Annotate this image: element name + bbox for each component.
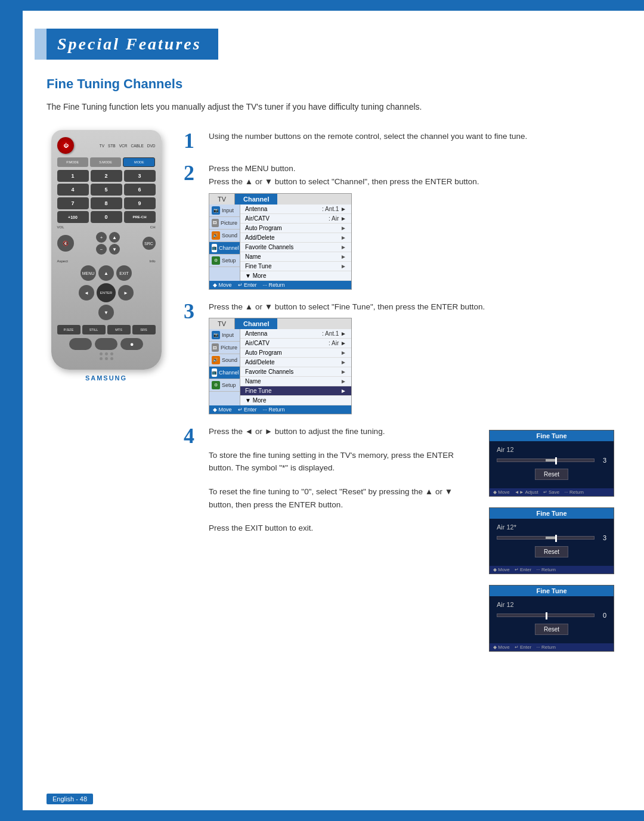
- ft-header-3: Fine Tune: [490, 585, 614, 596]
- ch-controls: ▲ ▼: [109, 232, 120, 255]
- cm2-tv-tab: TV: [209, 318, 235, 329]
- aircatv-value: : Air ►: [329, 215, 346, 222]
- oval-right-button[interactable]: ⏺: [120, 338, 143, 350]
- ch-up-button[interactable]: ▲: [109, 232, 120, 243]
- mode-row: P.MODE S.MODE MODE: [57, 157, 156, 167]
- vol-up-button[interactable]: +: [96, 232, 107, 243]
- cm2-row-finetune-selected: Fine Tune ►: [240, 386, 351, 396]
- cm2-picture-icon: 🖼: [212, 343, 219, 352]
- mute-button[interactable]: 🔇: [57, 235, 74, 252]
- ft-track-3: [497, 614, 595, 617]
- cm-row-antenna: Antenna : Ant.1 ►: [240, 205, 351, 214]
- steps-column: 1 Using the number buttons on the remote…: [184, 130, 614, 662]
- cm2-name-arrow: ►: [340, 378, 346, 385]
- vol-down-button[interactable]: −: [96, 244, 107, 255]
- cm-row-aircatv: Air/CATV : Air ►: [240, 214, 351, 224]
- cm2-row-more: ▼ More: [240, 396, 351, 405]
- num-4-button[interactable]: 4: [57, 184, 89, 196]
- page-content: Special Features Fine Tuning Channels Th…: [23, 11, 644, 810]
- up-button[interactable]: ▲: [98, 265, 114, 281]
- cm-right-1: Antenna : Ant.1 ► Air/CATV : Air ► Auto …: [240, 205, 351, 281]
- num-5-button[interactable]: 5: [91, 184, 122, 196]
- left-button[interactable]: ◄: [79, 285, 94, 300]
- ch-down-button[interactable]: ▼: [109, 244, 120, 255]
- stb-label: STB: [108, 144, 116, 148]
- cm2-item-input: 📷 Input: [209, 329, 240, 342]
- oval-left-button[interactable]: [69, 338, 92, 350]
- source-button[interactable]: SRC: [143, 237, 156, 250]
- step-3: 3 Press the ▲ or ▼ button to select "Fin…: [184, 300, 614, 415]
- plus100-button[interactable]: +100: [57, 211, 89, 223]
- num-6-button[interactable]: 6: [124, 184, 156, 196]
- num-7-button[interactable]: 7: [57, 197, 89, 209]
- cm-item-picture: 🖼 Picture: [209, 217, 240, 230]
- cm-left-2: 📷 Input 🖼 Picture 🔊 Sound: [209, 329, 240, 405]
- antenna-value: : Ant.1 ►: [322, 206, 346, 212]
- mode-button[interactable]: MODE: [123, 157, 155, 167]
- num-9-button[interactable]: 9: [124, 197, 156, 209]
- ft-slider-3: 0: [497, 612, 606, 619]
- pmode-button[interactable]: P.MODE: [57, 157, 88, 167]
- autoprog-arrow: ►: [340, 225, 346, 231]
- intro-text: The Fine Tuning function lets you manual…: [47, 100, 614, 113]
- reset-button-3[interactable]: Reset: [535, 624, 568, 635]
- cm2-input-icon: 📷: [212, 331, 220, 339]
- ft-fill-2: [546, 537, 555, 539]
- vol-ch-row: VOL CH: [57, 225, 156, 229]
- ft-thumb-2: [555, 535, 557, 542]
- exit-button[interactable]: EXIT: [116, 265, 132, 281]
- ft-slider-1: 3: [497, 457, 606, 464]
- smode-button[interactable]: S.MODE: [90, 157, 121, 167]
- favorites-label: Favorite Channels: [245, 244, 293, 250]
- num-1-button[interactable]: 1: [57, 170, 89, 182]
- cm2-finetune-label: Fine Tune: [245, 388, 271, 394]
- oval-middle-button[interactable]: [95, 338, 117, 350]
- power-button[interactable]: ⏻: [57, 137, 74, 154]
- ft-fill-1: [546, 459, 555, 461]
- step-4-text-3: To reset the fine tuning to "0", select …: [209, 485, 477, 511]
- still-button[interactable]: STILL: [82, 325, 106, 334]
- ch-label: CH: [150, 225, 156, 229]
- ft-track-1: [497, 458, 595, 462]
- srs-button[interactable]: SRS: [132, 325, 156, 334]
- mts-button[interactable]: MTS: [107, 325, 131, 334]
- cm-item-setup: ⚙ Setup: [209, 255, 240, 267]
- fine-tune-screen-3: Fine Tune Air 12 0 Re: [489, 585, 614, 652]
- fine-tune-screen-1: Fine Tune Air 12 3 Re: [489, 430, 614, 497]
- cm-left-1: 📷 Input 🖼 Picture 🔊 Sound: [209, 205, 240, 281]
- channel-menu-2: TV Channel 📷 Input 🖼: [209, 318, 352, 414]
- remote-container: ⏻ TV STB VCR CABLE DVD P.MODE S.MODE MOD…: [47, 130, 166, 382]
- num-3-button[interactable]: 3: [124, 170, 156, 182]
- num-0-button[interactable]: 0: [91, 211, 122, 223]
- ft-move-3: ◆ Move: [493, 645, 510, 650]
- cm2-channel-tab: Channel: [235, 318, 277, 329]
- reset-button-1[interactable]: Reset: [535, 469, 568, 480]
- footer-badge: English - 48: [47, 794, 93, 804]
- nav-labels: Aspect Info: [57, 259, 156, 263]
- reset-button-2[interactable]: Reset: [535, 546, 568, 557]
- main-layout: ⏻ TV STB VCR CABLE DVD P.MODE S.MODE MOD…: [47, 130, 614, 662]
- cm-right-2: Antenna : Ant.1 ► Air/CATV : Air ► Auto …: [240, 329, 351, 405]
- down-button[interactable]: ▼: [98, 305, 114, 320]
- prech-button[interactable]: PRE-CH: [124, 211, 156, 223]
- ft-value-2: 3: [599, 534, 606, 541]
- cm2-finetune-arrow: ►: [340, 388, 346, 394]
- step-4-text-1: Press the ◄ or ► button to adjust the fi…: [209, 425, 477, 438]
- cm-sidebar-2: 📷 Input 🖼 Picture 🔊 Sound: [209, 329, 351, 405]
- dot-4: [100, 357, 103, 360]
- info-label: Info: [149, 259, 155, 263]
- enter-button[interactable]: ENTER: [97, 283, 116, 302]
- dot-5: [105, 357, 108, 360]
- autoprog-label: Auto Program: [245, 225, 282, 231]
- ft-footer-2: ◆ Move ↵ Enter ··· Return: [490, 566, 614, 574]
- menu-button[interactable]: MENU: [80, 265, 96, 281]
- num-2-button[interactable]: 2: [91, 170, 122, 182]
- vcr-label: VCR: [119, 144, 128, 148]
- psize-button[interactable]: P.SIZE: [57, 325, 80, 334]
- sound-icon: 🔊: [212, 231, 220, 240]
- adddelete-label: Add/Delete: [245, 234, 274, 241]
- num-8-button[interactable]: 8: [91, 197, 122, 209]
- cm-header-1: TV Channel: [209, 194, 351, 205]
- right-button[interactable]: ►: [118, 285, 134, 300]
- aspect-label: Aspect: [57, 259, 68, 263]
